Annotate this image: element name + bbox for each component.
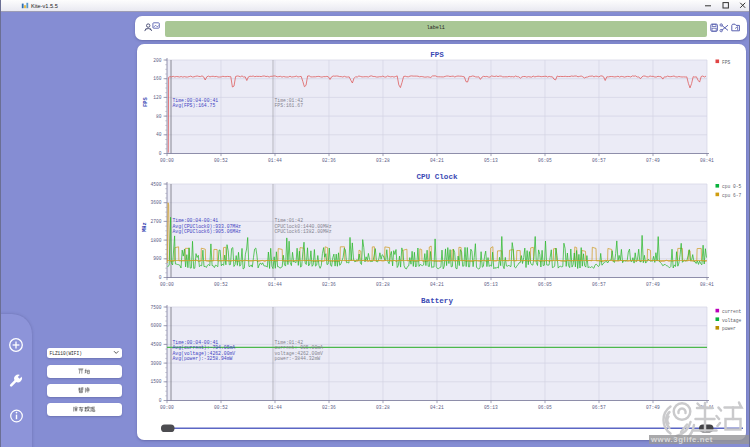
svg-text:FLZ110(WIFI): FLZ110(WIFI) [50,351,82,356]
